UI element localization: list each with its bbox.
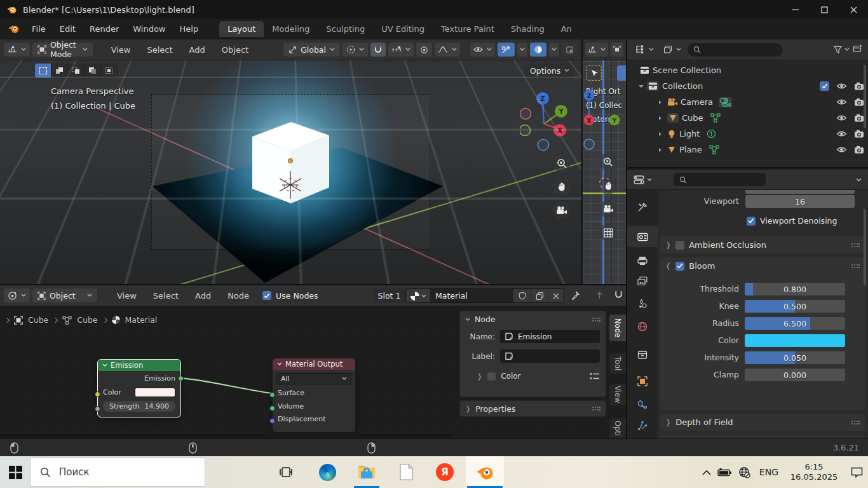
node-snap-icon[interactable] bbox=[614, 290, 623, 301]
material-output-node[interactable]: Material Output All Surface Volume Displ… bbox=[272, 358, 356, 433]
sidebar-tab-node[interactable]: Node bbox=[609, 314, 626, 342]
select-mode-invert[interactable] bbox=[85, 64, 101, 78]
side-camera-button[interactable] bbox=[599, 200, 617, 218]
emission-strength-field[interactable]: Strength14.900 bbox=[103, 401, 175, 412]
sidebar-tab-options[interactable]: Opti bbox=[609, 417, 626, 440]
emission-node[interactable]: Emission Emission Color Strength14.900 bbox=[97, 359, 181, 417]
workspace-tab-layout[interactable]: Layout bbox=[219, 21, 264, 37]
shader-menu-add[interactable]: Add bbox=[188, 291, 218, 301]
bloom-radius-slider[interactable]: 6.500 bbox=[745, 317, 845, 330]
render-preview-icon[interactable] bbox=[562, 43, 578, 57]
side-ortho-grid-button[interactable] bbox=[599, 224, 617, 241]
side-mode-button[interactable] bbox=[611, 43, 623, 57]
options-button[interactable]: Options bbox=[525, 64, 574, 78]
emission-output-socket[interactable] bbox=[178, 376, 184, 381]
hide-eye-icon[interactable] bbox=[836, 130, 847, 138]
outliner-search-input[interactable] bbox=[688, 43, 783, 57]
side-select-tool-icon[interactable] bbox=[587, 65, 602, 81]
output-properties-tab[interactable] bbox=[627, 251, 658, 270]
side-zoom-button[interactable] bbox=[599, 153, 617, 171]
side-select-tool2-icon[interactable] bbox=[617, 65, 626, 81]
bloom-intensity-slider[interactable]: 0.050 bbox=[745, 351, 845, 364]
disable-render-camera-icon[interactable] bbox=[854, 130, 864, 138]
expand-arrow-icon[interactable] bbox=[659, 116, 661, 120]
ambient-occlusion-panel[interactable]: ❭Ambient Occlusion bbox=[660, 236, 865, 254]
modifier-properties-tab[interactable] bbox=[627, 395, 658, 414]
shader-menu-node[interactable]: Node bbox=[220, 291, 256, 301]
emission-color-swatch[interactable] bbox=[135, 388, 175, 397]
node-canvas-scrollbar[interactable] bbox=[0, 434, 451, 438]
bloom-threshold-slider[interactable]: 0.800 bbox=[745, 283, 845, 295]
properties-options-dropdown[interactable] bbox=[856, 175, 862, 184]
workspace-tab-uv-editing[interactable]: UV Editing bbox=[373, 21, 433, 37]
side-viewport[interactable]: Right Ort (1) Collec Meters Z X Y bbox=[583, 39, 627, 284]
displacement-input-socket[interactable] bbox=[269, 418, 275, 424]
shader-menu-select[interactable]: Select bbox=[146, 291, 186, 301]
workspace-tab-shading[interactable]: Shading bbox=[503, 21, 553, 37]
view-layer-properties-tab[interactable] bbox=[627, 271, 658, 290]
menu-edit[interactable]: Edit bbox=[53, 24, 83, 34]
outliner-row-scene-collection[interactable]: Scene Collection bbox=[627, 62, 868, 78]
camera-frame[interactable] bbox=[151, 94, 430, 250]
pin-icon[interactable] bbox=[571, 290, 580, 302]
strength-input-socket[interactable] bbox=[95, 406, 100, 412]
workspace-tab-texture-paint[interactable]: Texture Paint bbox=[433, 21, 503, 37]
language-indicator[interactable]: ENG bbox=[757, 467, 781, 477]
edge-button[interactable] bbox=[314, 456, 341, 488]
camera-view-button[interactable] bbox=[553, 201, 571, 219]
workspace-tab-modeling[interactable]: Modeling bbox=[264, 21, 318, 37]
material-name-field[interactable]: Material bbox=[430, 289, 513, 303]
bloom-panel[interactable]: ❬Bloom Threshold 0.800 Knee 0.500 Radius… bbox=[660, 257, 865, 410]
pivot-point-dropdown[interactable] bbox=[342, 43, 368, 57]
bloom-checkbox[interactable] bbox=[675, 262, 684, 271]
yandex-browser-button[interactable]: Я bbox=[431, 456, 459, 488]
outliner-scrollbar[interactable] bbox=[864, 65, 866, 128]
task-view-button[interactable] bbox=[273, 456, 299, 488]
outliner-row-collection[interactable]: Collection bbox=[627, 78, 868, 94]
file-explorer-button[interactable] bbox=[353, 456, 381, 488]
node-label-input[interactable] bbox=[500, 349, 600, 363]
shader-menu-view[interactable]: View bbox=[110, 291, 144, 301]
tray-expand-chevron[interactable] bbox=[702, 470, 711, 475]
snap-toggle-icon[interactable] bbox=[370, 43, 386, 57]
properties-editor-type-button[interactable] bbox=[634, 175, 652, 184]
snap-settings-dropdown[interactable] bbox=[388, 43, 414, 57]
transform-orientation-dropdown[interactable]: Global bbox=[283, 43, 340, 57]
menu-help[interactable]: Help bbox=[173, 24, 206, 34]
properties-section-bar[interactable]: ❭Properties bbox=[459, 400, 606, 417]
shader-type-dropdown[interactable]: Object bbox=[32, 288, 97, 302]
clock[interactable]: 6:15 16.05.2025 bbox=[787, 462, 841, 482]
minimize-button[interactable] bbox=[780, 0, 810, 19]
zoom-tool-button[interactable] bbox=[553, 154, 571, 172]
disable-render-camera-icon[interactable] bbox=[854, 82, 864, 90]
volume-input-socket[interactable] bbox=[269, 405, 275, 411]
expand-arrow-icon[interactable] bbox=[639, 85, 644, 88]
select-mode-new[interactable] bbox=[35, 64, 51, 78]
properties-scrollbar[interactable] bbox=[864, 209, 866, 285]
light-data-icon[interactable] bbox=[707, 129, 716, 139]
bloom-clamp-slider[interactable]: 0.000 bbox=[745, 369, 845, 381]
mesh-data-icon[interactable] bbox=[709, 145, 719, 154]
outliner-row-plane[interactable]: Plane bbox=[627, 142, 868, 158]
maximize-button[interactable] bbox=[810, 0, 839, 19]
side-pan-button[interactable] bbox=[599, 177, 617, 194]
workspace-tab-sculpting[interactable]: Sculpting bbox=[318, 21, 373, 37]
object-properties-tab[interactable] bbox=[627, 372, 658, 391]
falloff-dropdown[interactable] bbox=[435, 43, 460, 57]
world-properties-tab[interactable] bbox=[627, 317, 658, 336]
new-collection-button[interactable] bbox=[853, 44, 863, 55]
outliner-row-light[interactable]: Light bbox=[627, 126, 868, 142]
material-browse-icon[interactable] bbox=[406, 289, 430, 303]
scene-properties-tab[interactable] bbox=[627, 294, 658, 313]
menu-render[interactable]: Render bbox=[83, 24, 126, 34]
unlink-material-icon[interactable] bbox=[548, 289, 564, 303]
viewport-menu-add[interactable]: Add bbox=[182, 45, 212, 55]
viewport-canvas[interactable]: Options Camera Perspective (1) Collectio… bbox=[0, 60, 581, 284]
drag-dots-icon[interactable] bbox=[851, 243, 860, 248]
expand-arrow-icon[interactable] bbox=[659, 132, 661, 136]
surface-input-socket[interactable] bbox=[269, 392, 275, 398]
mode-dropdown[interactable]: Object Mode bbox=[32, 43, 93, 57]
outliner-filter-dropdown[interactable] bbox=[834, 46, 850, 54]
tool-properties-tab[interactable] bbox=[627, 198, 658, 217]
camera-data-icon[interactable] bbox=[720, 98, 731, 107]
